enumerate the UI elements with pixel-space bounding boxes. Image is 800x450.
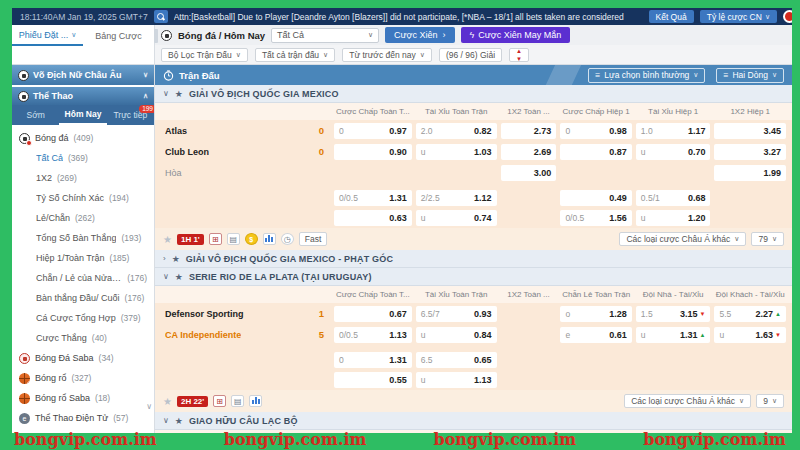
odds-cell[interactable]: 0/0.51.13 [334,327,412,343]
away-team-name[interactable]: Club Leon [165,147,209,157]
sidebar-item-mix-parlay[interactable]: Cá Cược Tổng Hợp(379) [12,308,154,328]
more-asian-bets-dropdown[interactable]: Các loại cược Châu Á khác∨ [619,232,746,246]
odds-cell[interactable]: 3.27 [714,144,785,160]
home-team-name[interactable]: Defensor Sporting [165,309,244,319]
sort-icon[interactable]: ▲▼ [509,48,529,62]
odds-cell[interactable]: u0.74 [416,210,497,226]
sidebar-item-1x2[interactable]: 1X2(269) [12,168,154,188]
normal-selection-dropdown[interactable]: ≡Lựa chọn bình thường∨ [588,68,705,83]
odds-cell[interactable]: 6.50.65 [416,352,497,368]
favorite-star-icon[interactable]: ★ [175,416,183,426]
odds-cell[interactable]: 6.5/70.93 [416,306,497,322]
away-team-name[interactable]: CA Independiente [165,330,241,340]
section-header-plata[interactable]: ∨ ★ SERIE RIO DE LA PLATA (TẠI URUGUAY) [155,268,792,286]
odds-cell[interactable]: u1.03 [416,144,497,160]
sidebar-item-ht-ft[interactable]: Hiệp 1/Toàn Trận(185) [12,248,154,268]
sidebar-item-basketball[interactable]: Bóng rổ(327) [12,368,154,388]
sidebar-item-odd-even[interactable]: Lẻ/Chẵn(262) [12,208,154,228]
live-center-icon[interactable]: ⊞ [213,395,226,407]
parlay-button[interactable]: Cược Xiên› [385,27,454,43]
odds-cell[interactable]: u1.63▼ [714,327,785,343]
tab-early[interactable]: Sớm [12,105,59,125]
favorite-star-icon[interactable]: ★ [163,234,172,245]
section-header-friendly[interactable]: ∨ ★ GIAO HỮU CÂU LẠC BỘ [155,412,792,430]
more-bets-count-dropdown[interactable]: 9∨ [756,394,784,408]
tab-bet-board[interactable]: Bảng Cược [83,25,154,46]
match-filter-dropdown[interactable]: Bộ Lọc Trận Đấu∨ [161,48,248,62]
section-header-mexico-corners[interactable]: › ★ GIẢI VÔ ĐỊCH QUỐC GIA MEXICO - PHẠT … [155,250,792,268]
odds-cell[interactable]: 1.01.17 [636,123,711,139]
favorite-star-icon[interactable]: ★ [175,272,183,282]
sidebar-item-first-last-goal[interactable]: Bàn thắng Đầu/ Cuối(176) [12,288,154,308]
panel-resize-handle[interactable] [154,29,158,43]
tab-live[interactable]: Trực tiếp199 [107,105,154,125]
sidebar-sports-header[interactable]: Thể Thao ∧ [12,87,154,105]
time-range-dropdown[interactable]: Từ trước đến nay∨ [342,48,432,62]
odds-cell[interactable]: 3.00 [501,165,557,181]
home-team-name[interactable]: Atlas [165,126,187,136]
more-bets-count-dropdown[interactable]: 79∨ [751,232,784,246]
tab-today[interactable]: Hôm Nay [59,105,106,125]
favorite-star-icon[interactable]: ★ [175,89,183,99]
odds-cell[interactable]: 1.53.15▼ [636,306,711,322]
more-asian-bets-dropdown[interactable]: Các loại cược Châu Á khác∨ [624,394,751,408]
sidebar-scroll-chevron-icon[interactable]: ∨ [146,402,152,411]
sidebar-item-esports[interactable]: eThể Thao Điện Tử(57) [12,408,154,428]
odds-cell[interactable]: 0.5/10.68 [636,190,711,206]
odds-cell[interactable]: 00.98 [560,123,631,139]
sidebar-item-outright[interactable]: Cược Thắng(40) [12,328,154,348]
odds-cell[interactable]: 0.63 [334,210,412,226]
two-rows-dropdown[interactable]: ≡Hai Dòng∨ [716,68,784,83]
odds-cell[interactable]: 0/0.51.56 [560,210,631,226]
live-center-icon[interactable]: ⊞ [209,233,222,245]
odds-cell[interactable]: u1.31▲ [636,327,711,343]
odds-cell[interactable]: o1.28 [560,306,631,322]
history-clock-icon[interactable]: ◷ [281,233,294,245]
odds-cell[interactable]: 01.31 [334,352,412,368]
favorite-star-icon[interactable]: ★ [163,396,172,407]
odds-cell[interactable]: 0.87 [560,144,631,160]
odds-type-button[interactable]: Tỷ lệ cược CN∨ [700,10,777,23]
sidebar-item-half-odd-even[interactable]: Chẵn / Lẻ của Nửa trận/...(176) [12,268,154,288]
odds-cell[interactable]: 5.52.27▲ [714,306,785,322]
sidebar-item-total-goals[interactable]: Tổng Số Bàn Thắng(193) [12,228,154,248]
odds-cell[interactable]: 2.69 [501,144,557,160]
odds-cell[interactable]: 2.00.82 [416,123,497,139]
sidebar-item-football[interactable]: Bóng đá(409) [12,128,154,148]
bar-chart-icon[interactable] [263,233,276,245]
notification-icon[interactable] [783,10,792,23]
odds-cell[interactable]: 3.45 [714,123,785,139]
lucky-parlay-button[interactable]: ϟCược Xiên May Mắn [461,27,571,43]
cashout-coin-icon[interactable]: $ [245,233,258,245]
odds-cell[interactable]: u1.20 [636,210,711,226]
stats-list-icon[interactable]: ▤ [227,233,240,245]
league-filter-select[interactable]: Tất Cả∨ [271,28,379,43]
odds-cell[interactable]: 2/2.51.12 [416,190,497,206]
sidebar-item-saba-basketball[interactable]: Bóng rổ Saba(18) [12,388,154,408]
odds-cell[interactable]: 0/0.51.31 [334,190,412,206]
odds-cell[interactable]: 2.73 [501,123,557,139]
chevron-down-icon: ∨ [693,71,698,79]
odds-cell[interactable]: u0.70 [636,144,711,160]
odds-cell[interactable]: e0.61 [560,327,631,343]
sidebar-item-all[interactable]: Tất Cả(369) [12,148,154,168]
favorite-star-icon[interactable]: ★ [172,254,180,264]
odds-cell[interactable]: 0.49 [560,190,631,206]
results-button[interactable]: Kết Quả [649,10,694,23]
sidebar-item-saba-football[interactable]: Bóng Đá Saba(34) [12,348,154,368]
sidebar-league-banner[interactable]: Võ Địch Nữ Châu Âu ∨ [12,65,154,85]
odds-cell[interactable]: 00.97 [334,123,412,139]
sidebar-item-correct-score[interactable]: Tỷ Số Chính Xác(194) [12,188,154,208]
odds-cell[interactable]: u1.13 [416,372,497,388]
search-icon[interactable] [154,10,168,23]
bar-chart-icon[interactable] [249,395,262,407]
odds-cell[interactable]: 0.67 [334,306,412,322]
odds-cell[interactable]: 0.90 [334,144,412,160]
all-matches-dropdown[interactable]: Tất cả trận đấu∨ [255,48,335,62]
stats-list-icon[interactable]: ▤ [231,395,244,407]
odds-cell[interactable]: u0.84 [416,327,497,343]
tab-bet-slip[interactable]: Phiếu Đặt ...∨ [12,25,83,46]
odds-cell[interactable]: 0.55 [334,372,412,388]
section-header-mexico[interactable]: ∨ ★ GIẢI VÔ ĐỊCH QUỐC GIA MEXICO [155,85,792,103]
odds-cell[interactable]: 1.99 [714,165,785,181]
